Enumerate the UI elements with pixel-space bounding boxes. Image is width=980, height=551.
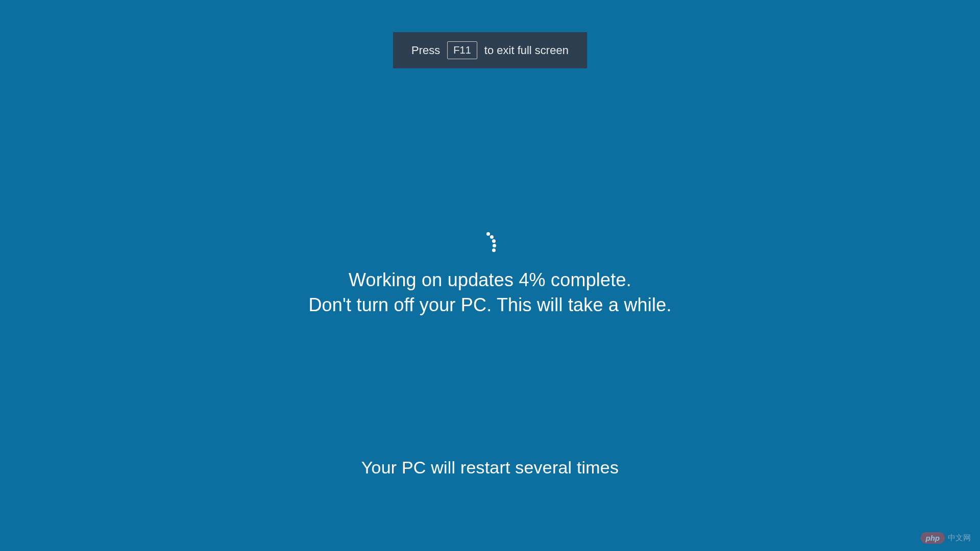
watermark: php 中文网	[921, 532, 971, 544]
loading-spinner-icon	[478, 232, 502, 257]
restart-notice-text: Your PC will restart several times	[0, 458, 980, 478]
update-status-text: Working on updates 4% complete. Don't tu…	[0, 268, 980, 317]
banner-press-label: Press	[411, 44, 440, 57]
update-progress-line: Working on updates 4% complete.	[0, 268, 980, 293]
banner-key-label: F11	[447, 41, 477, 59]
fullscreen-exit-banner: Press F11 to exit full screen	[393, 32, 587, 68]
update-warning-line: Don't turn off your PC. This will take a…	[0, 293, 980, 318]
watermark-logo: php	[921, 532, 945, 544]
watermark-text: 中文网	[948, 533, 971, 543]
banner-exit-label: to exit full screen	[484, 44, 569, 57]
